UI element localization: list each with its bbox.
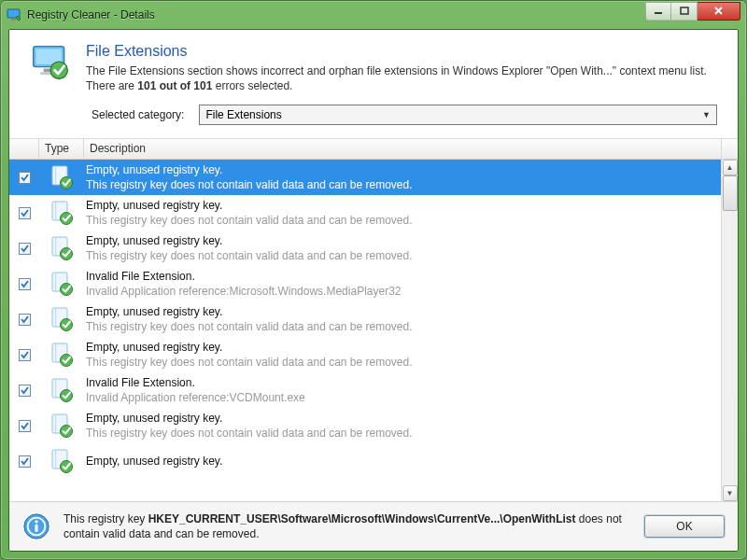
- col-check[interactable]: [9, 139, 39, 159]
- scroll-down-button[interactable]: ▼: [723, 485, 738, 501]
- file-type-icon: [49, 448, 75, 474]
- file-type-icon: [49, 413, 75, 439]
- row-subtitle: This registry key does not contain valid…: [86, 249, 719, 264]
- file-type-icon: [49, 306, 75, 332]
- row-title: Empty, unused registry key.: [86, 341, 719, 356]
- category-label: Selected category:: [92, 108, 184, 121]
- app-icon: [7, 7, 21, 22]
- footer-keypath: HKEY_CURRENT_USER\Software\Microsoft\Win…: [148, 512, 576, 525]
- row-subtitle: This registry key does not contain valid…: [86, 427, 719, 441]
- row-subtitle: Invalid Application reference:Microsoft.…: [86, 285, 719, 300]
- list-body: Empty, unused registry key. This registr…: [9, 160, 738, 500]
- svg-rect-19: [55, 273, 56, 291]
- category-row: Selected category: File Extensions ▼: [9, 101, 738, 138]
- header: File Extensions The File Extensions sect…: [9, 30, 738, 101]
- file-type-icon: [49, 164, 75, 190]
- info-icon: [22, 512, 50, 540]
- file-type-icon: [49, 271, 75, 297]
- row-title: Empty, unused registry key.: [86, 305, 719, 320]
- svg-rect-10: [55, 166, 56, 185]
- svg-rect-2: [655, 12, 662, 14]
- window-title: Registry Cleaner - Details: [27, 8, 155, 21]
- file-type-icon: [49, 342, 75, 368]
- svg-rect-31: [55, 414, 56, 433]
- svg-rect-16: [55, 237, 56, 256]
- desc-suffix: errors selected.: [212, 79, 292, 92]
- row-checkbox[interactable]: [19, 349, 31, 361]
- col-description[interactable]: Description: [84, 139, 721, 159]
- row-title: Empty, unused registry key.: [86, 234, 719, 249]
- window-frame: Registry Cleaner - Details: [0, 0, 747, 560]
- monitor-badge-icon: [30, 43, 71, 84]
- table-row[interactable]: Empty, unused registry key. This registr…: [9, 160, 721, 195]
- row-title: Empty, unused registry key.: [86, 412, 719, 427]
- svg-rect-13: [55, 202, 56, 220]
- close-button[interactable]: [698, 2, 740, 21]
- row-checkbox[interactable]: [19, 420, 31, 432]
- row-subtitle: This registry key does not contain valid…: [86, 356, 719, 371]
- category-selected: File Extensions: [205, 108, 281, 121]
- page-description: The File Extensions section shows incorr…: [86, 63, 717, 93]
- svg-rect-40: [35, 524, 37, 531]
- chevron-down-icon: ▼: [702, 110, 711, 119]
- svg-rect-1: [11, 19, 16, 21]
- svg-rect-28: [55, 379, 56, 398]
- file-type-icon: [49, 235, 75, 261]
- titlebar[interactable]: Registry Cleaner - Details: [1, 1, 746, 29]
- table-row[interactable]: Empty, unused registry key. This registr…: [9, 231, 721, 266]
- row-checkbox[interactable]: [19, 455, 31, 468]
- table-row[interactable]: Empty, unused registry key. This registr…: [9, 195, 721, 231]
- row-checkbox[interactable]: [19, 207, 31, 219]
- svg-rect-22: [55, 308, 56, 327]
- row-checkbox[interactable]: [19, 243, 31, 255]
- table-row[interactable]: Invalid File Extension. Invalid Applicat…: [9, 266, 721, 301]
- scroll-track[interactable]: [723, 175, 738, 484]
- category-select[interactable]: File Extensions ▼: [199, 105, 717, 125]
- table-row[interactable]: Empty, unused registry key.: [9, 443, 721, 479]
- row-subtitle: This registry key does not contain valid…: [86, 214, 719, 229]
- row-title: Empty, unused registry key.: [86, 455, 719, 469]
- table-row[interactable]: Empty, unused registry key. This registr…: [9, 408, 721, 443]
- col-scroll-spacer: [721, 139, 738, 159]
- svg-rect-25: [55, 343, 56, 362]
- col-type[interactable]: Type: [39, 139, 84, 159]
- table-row[interactable]: Empty, unused registry key. This registr…: [9, 301, 721, 337]
- scrollbar[interactable]: ▲ ▼: [721, 160, 738, 500]
- minimize-button[interactable]: [645, 2, 671, 21]
- client-area: File Extensions The File Extensions sect…: [8, 29, 739, 552]
- file-type-icon: [49, 200, 75, 226]
- row-checkbox[interactable]: [19, 278, 31, 290]
- row-title: Empty, unused registry key.: [86, 163, 719, 178]
- row-subtitle: Invalid Application reference:VCDMount.e…: [86, 391, 719, 406]
- results-list: Type Description Empty, unused: [9, 138, 738, 500]
- svg-point-8: [50, 62, 67, 78]
- list-header[interactable]: Type Description: [9, 139, 738, 160]
- maximize-button[interactable]: [671, 2, 698, 21]
- svg-point-39: [35, 520, 37, 523]
- scroll-thumb[interactable]: [723, 175, 738, 211]
- scroll-up-button[interactable]: ▲: [723, 160, 738, 175]
- table-row[interactable]: Invalid File Extension. Invalid Applicat…: [9, 372, 721, 408]
- file-type-icon: [49, 377, 75, 403]
- footer-prefix: This registry key: [63, 512, 148, 525]
- row-title: Empty, unused registry key.: [86, 199, 719, 214]
- row-checkbox[interactable]: [19, 314, 31, 326]
- svg-rect-3: [681, 7, 688, 14]
- row-title: Invalid File Extension.: [86, 270, 719, 285]
- row-checkbox[interactable]: [19, 385, 31, 397]
- table-row[interactable]: Empty, unused registry key. This registr…: [9, 337, 721, 372]
- footer-message: This registry key HKEY_CURRENT_USER\Soft…: [63, 511, 631, 541]
- row-subtitle: This registry key does not contain valid…: [86, 178, 719, 193]
- ok-button[interactable]: OK: [644, 515, 725, 538]
- row-subtitle: This registry key does not contain valid…: [86, 320, 719, 335]
- footer: This registry key HKEY_CURRENT_USER\Soft…: [9, 501, 738, 551]
- svg-rect-34: [55, 450, 56, 469]
- page-title: File Extensions: [86, 43, 717, 60]
- row-checkbox[interactable]: [19, 172, 31, 184]
- row-title: Invalid File Extension.: [86, 376, 719, 391]
- desc-count: 101 out of 101: [137, 79, 212, 92]
